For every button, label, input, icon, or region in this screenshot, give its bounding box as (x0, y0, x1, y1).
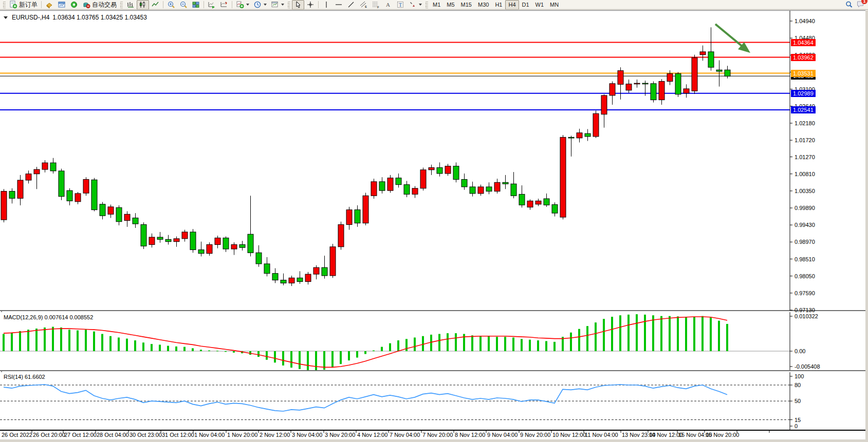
quotes-button[interactable] (43, 0, 56, 10)
symbol-dropdown-icon[interactable] (4, 16, 8, 19)
candle-body (700, 52, 706, 55)
charts-window-button[interactable] (56, 0, 68, 10)
candle-body (535, 201, 541, 204)
cursor-button[interactable] (292, 0, 304, 10)
candle-body (91, 180, 97, 209)
text-label-button[interactable]: T (394, 0, 407, 10)
candle-body (725, 70, 730, 76)
horizontal-line-button[interactable] (333, 0, 345, 10)
bars-chart-button[interactable] (124, 0, 137, 10)
rsi-panel[interactable]: RSI(14) 61.6602 1008050150 (0, 372, 868, 430)
vertical-line-button[interactable] (320, 0, 333, 10)
search-icon[interactable] (845, 1, 853, 9)
macd-bar (595, 322, 597, 351)
candle-body (593, 113, 599, 137)
candle-body (445, 166, 451, 174)
candle-body (256, 253, 262, 264)
price-tick-label: 1.01720 (795, 137, 815, 143)
chart-shift-button[interactable] (218, 0, 230, 10)
rsi-chart[interactable] (0, 372, 868, 430)
rsi-value: 61.6602 (25, 374, 45, 380)
auto-scroll-button[interactable] (206, 0, 218, 10)
timeframe-button-w1[interactable]: W1 (532, 0, 547, 10)
line-chart-icon (151, 1, 159, 9)
candle-body (511, 184, 516, 196)
new-order-button[interactable]: 新订单 (7, 0, 40, 10)
macd-bar (52, 327, 54, 351)
crosshair-button[interactable] (304, 0, 317, 10)
indicators-button[interactable] (234, 0, 251, 10)
timeframe-button-m1[interactable]: M1 (430, 0, 444, 10)
zoom-out-button[interactable] (177, 0, 190, 10)
templates-button[interactable] (269, 0, 286, 10)
candle-body (412, 188, 418, 195)
notifications-button[interactable]: 1 (856, 0, 864, 10)
candle-body (281, 280, 286, 283)
time-label: 2 Nov 12:00 (260, 432, 290, 438)
channel-button[interactable]: E (357, 0, 370, 10)
trend-arrow-annotation[interactable] (715, 24, 742, 46)
macd-panel[interactable]: MACD(12,26,9) 0.007614 0.008552 0.010322… (0, 312, 868, 371)
time-label: 3 Nov 04:00 (292, 432, 322, 438)
candle-body (248, 234, 253, 253)
periods-dropdown-icon (264, 4, 267, 6)
autotrading-button[interactable]: 自动交易 (80, 0, 119, 10)
fibonacci-button[interactable]: F (370, 0, 382, 10)
candle-body (116, 207, 122, 221)
chart-window: EURUSD-,H4 1.03634 1.03765 1.03425 1.034… (0, 10, 868, 442)
candle-body (437, 167, 442, 174)
toolbar-grip[interactable] (426, 2, 428, 8)
periods-button[interactable] (251, 0, 269, 10)
mt4-terminal-window: 新订单 自动交易 (0, 0, 868, 442)
quotes-icon (45, 1, 53, 9)
timeframe-button-m30[interactable]: M30 (475, 0, 492, 10)
vertical-line-icon (322, 1, 330, 9)
time-label: 4 Nov 12:00 (357, 432, 387, 438)
timeframe-button-d1[interactable]: D1 (519, 0, 532, 10)
fibonacci-icon: F (372, 1, 380, 9)
alerts-button[interactable] (68, 0, 80, 10)
toolbar-separator (318, 1, 319, 8)
macd-bar (348, 351, 350, 360)
candle-body (124, 214, 130, 220)
macd-bar (701, 316, 704, 351)
rsi-tick-label: 0 (795, 423, 798, 429)
candle-body (322, 267, 327, 276)
rsi-tick-label: 80 (795, 382, 801, 388)
candlestick-chart[interactable] (0, 11, 868, 311)
macd-bar (644, 315, 646, 351)
timeframe-button-m15[interactable]: M15 (458, 0, 475, 10)
line-chart-button[interactable] (149, 0, 161, 10)
candle-body (198, 250, 204, 254)
rsi-tick-label: 15 (795, 417, 801, 423)
macd-bar (570, 333, 572, 351)
candles-chart-button[interactable] (137, 0, 149, 10)
macd-bar (167, 346, 169, 351)
macd-chart[interactable] (0, 312, 868, 370)
timeframe-button-mn[interactable]: MN (547, 0, 562, 10)
candle-body (461, 180, 467, 187)
timeframe-button-h4[interactable]: H4 (505, 0, 519, 10)
new-order-label: 新订单 (19, 1, 38, 9)
candle-body (684, 89, 689, 93)
text-button[interactable]: A (382, 0, 394, 10)
zoom-in-button[interactable] (165, 0, 177, 10)
trendline-button[interactable] (345, 0, 357, 10)
arrows-button[interactable] (407, 0, 424, 10)
price-tick-label: 1.04940 (795, 18, 815, 24)
timeframe-button-h1[interactable]: H1 (492, 0, 505, 10)
price-chart-panel[interactable]: EURUSD-,H4 1.03634 1.03765 1.03425 1.034… (0, 10, 868, 311)
time-axis[interactable]: 26 Oct 202226 Oct 20:0027 Oct 12:0028 Oc… (0, 430, 868, 442)
candle-body (404, 185, 410, 195)
toolbar-grip[interactable] (120, 2, 123, 8)
toolbar-grip[interactable] (3, 2, 6, 8)
candle-body (149, 237, 155, 244)
price-tick-label: 1.02180 (795, 120, 815, 126)
candle-body (100, 204, 105, 216)
tile-windows-button[interactable] (190, 0, 202, 10)
toolbar-grip[interactable] (288, 2, 290, 8)
candle-body (355, 210, 360, 223)
timeframe-button-m5[interactable]: M5 (444, 0, 457, 10)
macd-bar (356, 351, 358, 358)
macd-bar (257, 351, 260, 357)
